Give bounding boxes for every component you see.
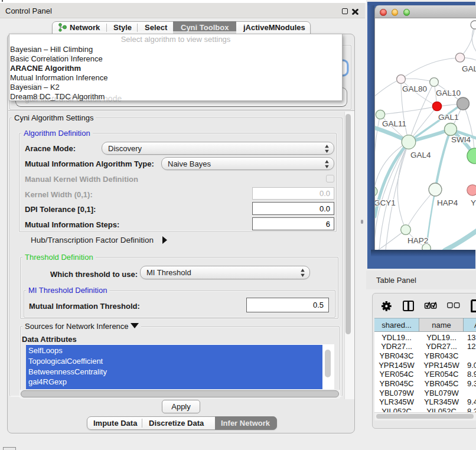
svg-text:HAP4: HAP4 [437,198,458,207]
svg-text:SWI4: SWI4 [451,135,471,144]
svg-text:GAL4: GAL4 [410,151,431,159]
svg-text:YJ: YJ [471,198,476,207]
svg-text:GAL1: GAL1 [438,113,459,122]
svg-text:GAL10: GAL10 [436,89,461,97]
svg-text:GAL80: GAL80 [402,84,427,93]
svg-text:GAL11: GAL11 [382,119,406,128]
svg-text:GCY1: GCY1 [375,198,396,207]
svg-text:GAL2: GAL2 [462,64,476,73]
svg-text:HAP2: HAP2 [407,236,428,245]
